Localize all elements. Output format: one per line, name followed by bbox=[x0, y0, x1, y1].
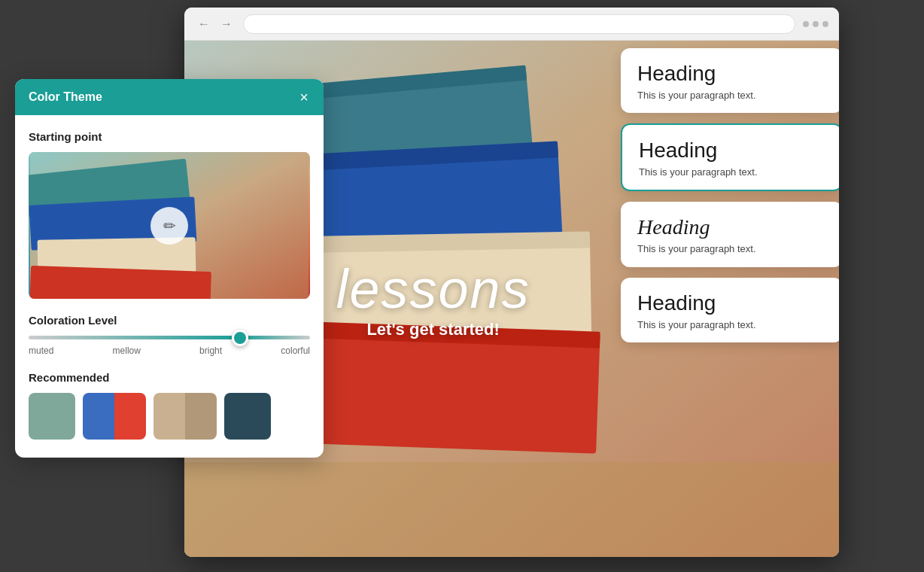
slider-label-colorful: colorful bbox=[281, 345, 310, 356]
swatch-part-tan-dark bbox=[185, 393, 217, 440]
coloration-slider-track bbox=[29, 336, 310, 339]
slider-label-bright: bright bbox=[199, 345, 222, 356]
panel-header: Color Theme × bbox=[15, 79, 324, 115]
starting-point-image-preview[interactable]: ✏ bbox=[29, 152, 310, 299]
browser-nav-buttons: ← → bbox=[195, 16, 236, 32]
pencil-icon: ✏ bbox=[163, 217, 176, 235]
panel-title: Color Theme bbox=[29, 90, 102, 104]
recommended-section: Recommended bbox=[29, 371, 310, 440]
browser-back-button[interactable]: ← bbox=[195, 16, 213, 32]
browser-forward-button[interactable]: → bbox=[217, 16, 236, 32]
swatch-part-red bbox=[114, 393, 146, 440]
coloration-slider-thumb[interactable] bbox=[232, 330, 248, 346]
browser-dot-1 bbox=[803, 21, 809, 27]
theme-card-3[interactable]: Heading This is your paragraph text. bbox=[621, 202, 839, 266]
browser-dot-2 bbox=[813, 21, 819, 27]
theme-card-4[interactable]: Heading This is your paragraph text. bbox=[621, 278, 839, 342]
theme-card-1-heading: Heading bbox=[637, 62, 826, 86]
theme-card-4-heading: Heading bbox=[637, 291, 826, 315]
swatch-green-gray[interactable] bbox=[29, 393, 75, 440]
theme-card-2[interactable]: Heading This is your paragraph text. bbox=[621, 123, 839, 191]
coloration-slider-container bbox=[29, 336, 310, 339]
theme-card-4-paragraph: This is your paragraph text. bbox=[637, 318, 826, 332]
slider-label-muted: muted bbox=[29, 345, 53, 356]
hero-main-word: lessons bbox=[336, 258, 530, 320]
theme-card-1-paragraph: This is your paragraph text. bbox=[637, 89, 826, 102]
color-swatches-container bbox=[29, 393, 310, 440]
coloration-level-label: Coloration Level bbox=[29, 314, 310, 327]
swatch-tan[interactable] bbox=[153, 393, 217, 440]
theme-card-1[interactable]: Heading This is your paragraph text. bbox=[621, 48, 839, 113]
theme-card-3-heading: Heading bbox=[637, 215, 826, 239]
theme-card-3-paragraph: This is your paragraph text. bbox=[637, 242, 826, 256]
browser-address-bar[interactable] bbox=[243, 14, 795, 34]
theme-card-2-paragraph: This is your paragraph text. bbox=[639, 166, 825, 179]
recommended-label: Recommended bbox=[29, 371, 310, 384]
svg-rect-9 bbox=[184, 462, 839, 557]
swatch-part-tan-light bbox=[153, 393, 185, 440]
center-text-overlay: lessons Let's get started! bbox=[336, 258, 530, 339]
swatch-part-blue bbox=[83, 393, 114, 440]
edit-image-button[interactable]: ✏ bbox=[150, 207, 188, 245]
color-theme-panel: Color Theme × Starting point bbox=[15, 79, 324, 458]
swatch-blue-red[interactable] bbox=[83, 393, 146, 440]
slider-labels: muted mellow bright colorful bbox=[29, 345, 310, 356]
starting-point-label: Starting point bbox=[29, 130, 310, 143]
panel-body: Starting point bbox=[15, 115, 324, 458]
swatch-dark-teal[interactable] bbox=[224, 393, 271, 440]
image-preview-overlay: ✏ bbox=[29, 152, 310, 299]
slider-label-mellow: mellow bbox=[113, 345, 141, 356]
browser-menu-dots bbox=[803, 21, 828, 27]
browser-dot-3 bbox=[822, 21, 828, 27]
browser-toolbar: ← → bbox=[184, 8, 839, 41]
hero-sub-text: Let's get started! bbox=[336, 320, 530, 339]
panel-close-button[interactable]: × bbox=[298, 90, 310, 105]
coloration-level-section: Coloration Level muted mellow bright col… bbox=[29, 314, 310, 356]
theme-cards-container: Heading This is your paragraph text. Hea… bbox=[621, 48, 839, 342]
theme-card-2-heading: Heading bbox=[639, 138, 825, 163]
starting-point-section: Starting point bbox=[29, 130, 310, 299]
